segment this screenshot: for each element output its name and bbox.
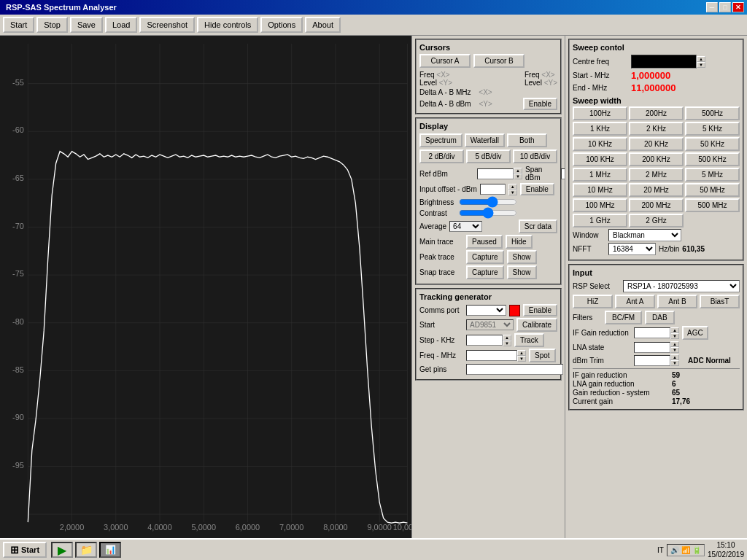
sweep-500hz[interactable]: 500Hz <box>685 106 740 120</box>
input-offset-up[interactable]: ▲ <box>508 184 517 190</box>
dbm-trim-up[interactable]: ▲ <box>670 354 679 360</box>
main-trace-paused-button[interactable]: Paused <box>466 235 503 249</box>
cursor-enable-button[interactable]: Enable <box>523 98 557 110</box>
contrast-slider[interactable] <box>459 208 517 218</box>
track-button[interactable]: Track <box>514 333 544 347</box>
step-spinner[interactable]: 10.00 ▲ ▼ <box>466 335 511 346</box>
if-gain-up[interactable]: ▲ <box>670 327 679 333</box>
sweep-50mhz[interactable]: 50 MHz <box>685 183 740 197</box>
sweep-10khz[interactable]: 10 KHz <box>573 137 627 151</box>
start-menu-button[interactable]: ⊞ Start <box>3 542 47 558</box>
sweep-2ghz[interactable]: 2 GHz <box>629 214 684 228</box>
start-button[interactable]: Start <box>3 17 34 33</box>
spot-button[interactable]: Spot <box>529 349 556 362</box>
step-up[interactable]: ▲ <box>503 335 511 341</box>
tracking-enable-button[interactable]: Enable <box>523 304 557 316</box>
minimize-button[interactable]: ─ <box>706 2 718 12</box>
scr-data-button[interactable]: Scr data <box>519 219 557 233</box>
freq-input[interactable]: 40.000000 <box>466 350 517 361</box>
lna-input[interactable]: 0 <box>634 342 670 353</box>
if-gain-down[interactable]: ▼ <box>670 333 679 339</box>
sweep-5mhz[interactable]: 5 MHz <box>685 168 740 182</box>
calibrate-button[interactable]: Calibrate <box>516 318 557 332</box>
snap-show-button[interactable]: Show <box>507 265 537 279</box>
freq-up[interactable]: ▲ <box>517 350 526 356</box>
dbm-trim-input[interactable]: 0,0 <box>634 355 670 366</box>
ref-dbm-input[interactable]: -50 <box>477 168 514 179</box>
rsp-select[interactable]: RSP1A - 1807025993 <box>623 280 740 292</box>
hiz-button[interactable]: HiZ <box>573 295 613 308</box>
both-button[interactable]: Both <box>507 133 547 147</box>
if-gain-spinner[interactable]: 40 ▲ ▼ <box>634 327 679 339</box>
ant-b-button[interactable]: Ant B <box>657 295 697 308</box>
ref-dbm-spinner[interactable]: -50 ▲ ▼ <box>477 168 522 179</box>
input-offset-down[interactable]: ▼ <box>508 190 517 195</box>
cursor-b-button[interactable]: Cursor B <box>473 54 525 68</box>
dbm-trim-down[interactable]: ▼ <box>670 360 679 366</box>
ref-dbm-down[interactable]: ▼ <box>514 174 522 179</box>
sweep-200khz[interactable]: 200 KHz <box>629 152 684 166</box>
stop-button[interactable]: Stop <box>36 17 68 33</box>
5db-button[interactable]: 5 dB/div <box>466 149 511 163</box>
sweep-200hz[interactable]: 200Hz <box>629 106 684 120</box>
pins-input[interactable] <box>466 364 563 375</box>
taskbar-app-1[interactable]: ▶ <box>51 542 73 558</box>
hide-controls-button[interactable]: Hide controls <box>197 17 258 33</box>
sweep-2khz[interactable]: 2 KHz <box>629 122 684 136</box>
sweep-1mhz[interactable]: 1 MHz <box>573 168 627 182</box>
spectrum-button[interactable]: Spectrum <box>419 133 462 147</box>
brightness-slider[interactable] <box>459 197 517 207</box>
sweep-20khz[interactable]: 20 KHz <box>629 137 684 151</box>
sweep-5khz[interactable]: 5 KHz <box>685 122 740 136</box>
sweep-2mhz[interactable]: 2 MHz <box>629 168 684 182</box>
lna-down[interactable]: ▼ <box>670 347 679 353</box>
nfft-select[interactable]: 16384 8192 4096 <box>608 243 656 255</box>
taskbar-app-2[interactable]: 📁 <box>75 542 97 558</box>
cursor-a-button[interactable]: Cursor A <box>419 54 471 68</box>
window-select[interactable]: Blackman Hanning Hamming Rectangle <box>608 229 681 241</box>
agc-button[interactable]: AGC <box>682 326 708 340</box>
about-button[interactable]: About <box>305 17 341 33</box>
sweep-100mhz[interactable]: 100 MHz <box>573 198 627 212</box>
centre-freq-input[interactable]: 6,000000 <box>631 55 697 69</box>
lna-up[interactable]: ▲ <box>670 341 679 347</box>
ref-dbm-up[interactable]: ▲ <box>514 168 522 174</box>
comms-port-select[interactable] <box>466 305 506 316</box>
tracking-start-select[interactable]: AD9851 <box>466 319 514 330</box>
sweep-20mhz[interactable]: 20 MHz <box>629 183 684 197</box>
peak-show-button[interactable]: Show <box>507 250 537 264</box>
bias-t-button[interactable]: BiasT <box>700 295 740 308</box>
save-button[interactable]: Save <box>70 17 103 33</box>
peak-capture-button[interactable]: Capture <box>466 250 504 264</box>
maximize-button[interactable]: □ <box>719 2 731 12</box>
average-select[interactable]: 64 32 128 <box>449 221 482 232</box>
bcfm-button[interactable]: BC/FM <box>605 311 642 324</box>
sweep-200mhz[interactable]: 200 MHz <box>629 198 684 212</box>
if-gain-input[interactable]: 40 <box>634 327 670 338</box>
10db-button[interactable]: 10 dB/div <box>513 149 557 163</box>
close-button[interactable]: ✕ <box>732 2 744 12</box>
sweep-1ghz[interactable]: 1 GHz <box>573 214 627 228</box>
load-button[interactable]: Load <box>105 17 137 33</box>
freq-down[interactable]: ▼ <box>517 356 526 362</box>
step-input[interactable]: 10.00 <box>466 335 503 346</box>
step-down[interactable]: ▼ <box>503 341 511 346</box>
sweep-500mhz[interactable]: 500 MHz <box>685 198 740 212</box>
sweep-1khz[interactable]: 1 KHz <box>573 122 627 136</box>
freq-spinner[interactable]: 40.000000 ▲ ▼ <box>466 350 526 362</box>
taskbar-app-3[interactable]: 📊 <box>99 542 121 558</box>
centre-freq-up[interactable]: ▲ <box>697 56 705 62</box>
dab-button[interactable]: DAB <box>645 311 675 324</box>
options-button[interactable]: Options <box>260 17 303 33</box>
input-offset-input[interactable]: 0.0 <box>480 184 506 195</box>
snap-capture-button[interactable]: Capture <box>466 265 504 279</box>
dbm-trim-spinner[interactable]: 0,0 ▲ ▼ <box>634 354 679 366</box>
waterfall-button[interactable]: Waterfall <box>465 133 505 147</box>
ant-a-button[interactable]: Ant A <box>615 295 655 308</box>
lna-spinner[interactable]: 0 ▲ ▼ <box>634 341 679 353</box>
sweep-500khz[interactable]: 500 KHz <box>685 152 740 166</box>
sweep-100hz[interactable]: 100Hz <box>573 106 627 120</box>
sweep-50khz[interactable]: 50 KHz <box>685 137 740 151</box>
centre-freq-down[interactable]: ▼ <box>697 62 705 68</box>
2db-button[interactable]: 2 dB/div <box>419 149 464 163</box>
